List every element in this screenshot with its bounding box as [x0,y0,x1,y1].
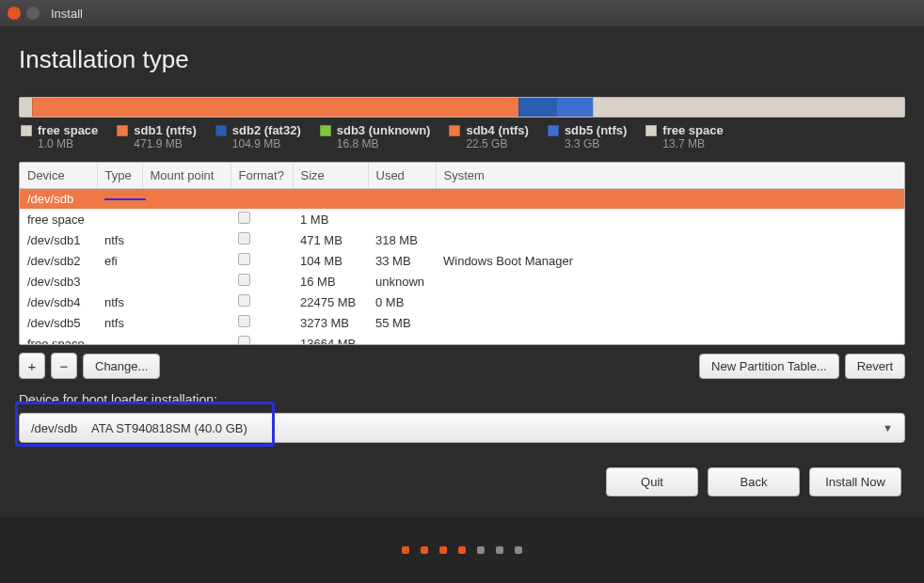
quit-button[interactable]: Quit [606,467,698,496]
disk-legend: free space1.0 MBsdb1 (ntfs)471.9 MBsdb2 … [19,118,905,162]
table-row[interactable]: /dev/sdb [20,189,904,210]
bootloader-device-select[interactable]: /dev/sdb ATA ST940818SM (40.0 GB) ▼ [19,413,905,443]
remove-partition-button[interactable]: − [51,353,77,379]
column-header[interactable]: Mount point [142,163,231,189]
table-cell [368,189,436,210]
table-row[interactable]: /dev/sdb2efi104 MB33 MBWindows Boot Mana… [20,250,904,271]
table-row[interactable]: /dev/sdb1ntfs471 MB318 MB [20,229,904,250]
bootloader-device-name: /dev/sdb [31,421,77,435]
format-checkbox[interactable] [238,253,250,265]
change-partition-button[interactable]: Change... [83,354,160,379]
table-cell [142,271,231,292]
legend-swatch [548,125,559,136]
legend-item: sdb5 (ntfs)3.3 GB [548,123,627,150]
table-row[interactable]: /dev/sdb5ntfs3273 MB55 MB [20,312,904,333]
disk-segment[interactable] [32,98,518,117]
table-cell: 33 MB [368,250,436,271]
legend-size: 104.9 MB [232,137,301,150]
table-cell: free space [20,333,97,345]
table-cell [231,189,293,210]
disk-segment[interactable] [518,98,555,117]
disk-segment[interactable] [556,98,593,117]
table-cell: 13664 MB [293,333,368,345]
table-cell: 3273 MB [293,312,368,333]
table-cell: /dev/sdb [20,189,97,210]
table-cell: 1 MB [293,209,368,229]
window-title: Install [51,7,83,21]
disk-segment[interactable] [20,98,32,117]
format-checkbox[interactable] [238,274,250,286]
close-icon[interactable] [8,7,21,20]
table-cell: ntfs [97,229,142,250]
table-cell: /dev/sdb2 [20,250,97,271]
format-checkbox[interactable] [238,232,250,244]
back-button[interactable]: Back [708,467,800,496]
legend-label: sdb1 (ntfs) [134,123,196,137]
table-row[interactable]: /dev/sdb316 MBunknown [20,271,904,292]
legend-item: free space1.0 MB [21,123,98,150]
minimize-icon[interactable] [26,7,40,20]
column-header[interactable]: Type [97,163,142,189]
table-cell: free space [20,209,97,229]
table-cell [142,312,231,333]
table-cell [231,229,293,250]
disk-usage-bar [19,97,905,118]
table-row[interactable]: /dev/sdb4ntfs22475 MB0 MB [20,292,904,312]
format-checkbox[interactable] [238,212,250,224]
column-header[interactable]: Size [293,163,368,189]
column-header[interactable]: System [436,163,904,189]
column-header[interactable]: Device [20,163,97,189]
legend-swatch [215,125,227,136]
partition-table[interactable]: DeviceTypeMount pointFormat?SizeUsedSyst… [19,162,905,345]
progress-dot [439,546,447,554]
table-cell: 16 MB [293,271,368,292]
table-cell [231,209,293,229]
progress-dot [402,546,409,554]
table-cell: /dev/sdb5 [20,312,97,333]
progress-dot [421,546,428,554]
revert-button[interactable]: Revert [845,354,905,379]
table-cell: ntfs [97,292,142,312]
column-header[interactable]: Format? [231,163,293,189]
table-cell [142,229,231,250]
new-partition-table-button[interactable]: New Partition Table... [699,354,839,379]
legend-item: sdb3 (unknown)16.8 MB [320,123,431,150]
legend-item: sdb1 (ntfs)471.9 MB [117,123,196,150]
legend-swatch [21,125,32,136]
progress-dot [477,546,485,554]
table-cell [436,209,904,229]
table-cell [142,250,231,271]
table-cell [436,189,904,210]
legend-size: 16.8 MB [337,137,431,150]
table-cell [142,333,231,345]
table-cell [231,292,293,312]
page-title: Installation type [19,45,905,74]
format-checkbox[interactable] [238,294,250,307]
progress-dot [496,546,503,554]
table-cell [142,209,231,229]
table-cell: 0 MB [368,292,436,312]
legend-swatch [645,125,657,136]
table-cell: 55 MB [368,312,436,333]
legend-label: sdb4 (ntfs) [466,123,528,137]
legend-size: 1.0 MB [38,137,98,150]
disk-segment[interactable] [593,98,904,117]
table-row[interactable]: free space13664 MB [20,333,904,345]
table-cell: 471 MB [293,229,368,250]
table-row[interactable]: free space1 MB [20,209,904,229]
format-checkbox[interactable] [238,315,250,327]
table-cell: efi [97,250,142,271]
legend-size: 471.9 MB [134,137,196,150]
table-cell [142,189,231,210]
bootloader-device-desc: ATA ST940818SM (40.0 GB) [91,421,247,435]
install-now-button[interactable]: Install Now [809,467,901,496]
table-cell: Windows Boot Manager [436,250,904,271]
table-cell [231,312,293,333]
add-partition-button[interactable]: + [19,353,45,379]
format-checkbox[interactable] [238,336,250,345]
legend-label: sdb3 (unknown) [337,123,431,137]
column-header[interactable]: Used [368,163,436,189]
chevron-down-icon: ▼ [883,422,893,433]
table-cell [436,271,904,292]
table-cell: 104 MB [293,250,368,271]
